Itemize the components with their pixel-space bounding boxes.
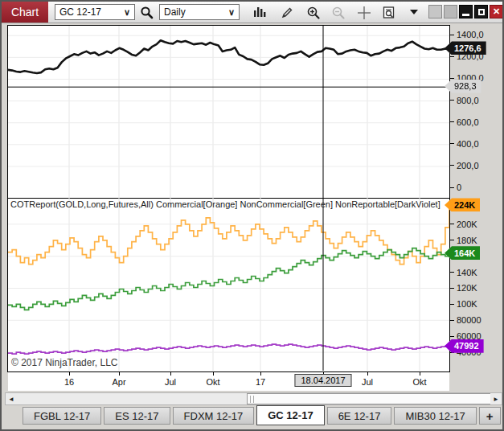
value-axis-column[interactable]: 1400,01200,01000,0800,0600,0400,0200,001… (450, 25, 504, 372)
time-tick-label: Okt (412, 377, 426, 387)
chart-tab-gc-12-17[interactable]: GC 12-17 (256, 405, 324, 425)
time-tick-mark (420, 372, 420, 376)
zoom-in-icon (306, 6, 321, 20)
bar-type-button[interactable] (251, 5, 268, 20)
time-tick-mark (260, 372, 261, 376)
axis-tick-mark (450, 78, 454, 79)
interval-value: Daily (164, 6, 186, 18)
time-tick-mark (69, 372, 70, 376)
workspace-tab-bar: FGBL 12-17ES 12-17FDXM 12-17GC 12-176E 1… (23, 407, 503, 428)
copyright-text: © 2017 NinjaTrader, LLC (11, 357, 117, 368)
cot-panel[interactable]: COTReport(GOLD,Long,Futures,All) Commerc… (8, 199, 449, 371)
zoom-out-icon (331, 6, 346, 20)
axis-tick-label: 400,0 (450, 138, 479, 149)
chart-tab-fdxm-12-17[interactable]: FDXM 12-17 (173, 407, 255, 425)
restore-icon (478, 9, 485, 15)
time-tick-label: 17 (256, 377, 265, 387)
report-preview-icon (382, 6, 396, 20)
chevron-down-icon: ∨ (124, 7, 130, 18)
interval-selector[interactable]: Daily ∨ (159, 4, 240, 20)
search-icon (140, 6, 154, 19)
pencil-icon (281, 6, 294, 19)
instrument-search-button[interactable] (137, 5, 155, 20)
axis-tick-mark (450, 320, 454, 321)
axis-tick-mark (450, 224, 454, 224)
axis-tick-label: 1400,0 (450, 30, 484, 40)
chart-tab-mib30-12-17[interactable]: MIB30 12-17 (394, 407, 476, 425)
instrument-value: GC 12-17 (59, 6, 101, 18)
axis-tick-label: 180K (450, 235, 477, 245)
cot-axis[interactable]: 200K180K140K120K100K800006000040000224K1… (450, 199, 504, 372)
restore-button[interactable] (474, 5, 488, 18)
axis-tick-mark (450, 272, 454, 273)
time-tick-mark (119, 372, 120, 376)
axis-tick-mark (450, 288, 454, 289)
axis-tick-mark (450, 143, 454, 144)
axis-tick-mark (450, 100, 454, 101)
value-badge: 928,3 (445, 80, 481, 93)
indicator-label: COTReport(GOLD,Long,Futures,All) Commerc… (10, 199, 440, 209)
toolbar-more-dropdown[interactable] (408, 5, 420, 20)
instrument-selector[interactable]: GC 12-17 ∨ (55, 4, 135, 20)
scroll-right-button[interactable]: ► (490, 393, 502, 404)
time-tick-label: Apr (112, 377, 125, 387)
scroll-left-button[interactable]: ◄ (6, 393, 17, 404)
price-axis[interactable]: 1400,01200,01000,0800,0600,0400,0200,001… (450, 25, 504, 199)
scrollbar-thumb-grip (250, 396, 254, 403)
time-tick-label: Okt (206, 377, 219, 387)
title-bar: Chart GC 12-17 ∨ Daily ∨ (2, 2, 502, 23)
price-panel[interactable] (8, 26, 449, 199)
time-axis[interactable]: 16AprJulOkt17JulOkt18.04.2017 (8, 372, 449, 391)
axis-tick-mark (450, 187, 454, 188)
axis-tick-mark (450, 304, 454, 305)
axis-tick-mark (450, 56, 454, 57)
value-badge: 1276,6 (445, 41, 486, 55)
axis-tick-mark (450, 121, 454, 122)
cot-series-chart (8, 199, 449, 371)
chart-tab-es-12-17[interactable]: ES 12-17 (104, 407, 170, 425)
axis-tick-label: 200K (450, 219, 477, 229)
axis-tick-label: 140K (450, 267, 477, 277)
value-badge: 224K (445, 198, 480, 211)
horizontal-scrollbar[interactable]: ◄ ► (5, 392, 502, 405)
time-tick-mark (367, 372, 368, 376)
caret-down-icon (410, 10, 418, 15)
window-extra-button-2[interactable] (444, 5, 457, 18)
minimize-icon (462, 14, 469, 16)
time-tick-mark (170, 372, 171, 376)
axis-tick-mark (450, 35, 454, 35)
time-tick-label: 16 (64, 377, 74, 387)
scrollbar-thumb[interactable] (247, 393, 491, 404)
chevron-down-icon: ∨ (228, 7, 235, 18)
time-tick-label: Jul (165, 377, 176, 387)
add-tab-button[interactable]: + (479, 407, 501, 425)
zoom-out-button[interactable] (330, 5, 347, 20)
axis-tick-label: 100K (450, 299, 477, 310)
axis-tick-label: 80000 (450, 315, 481, 326)
chart-bars-icon (252, 6, 267, 19)
axis-tick-mark (450, 165, 454, 166)
cursor-date-badge: 18.04.2017 (294, 374, 351, 387)
crosshair-button[interactable] (355, 5, 373, 20)
axis-tick-mark (450, 336, 454, 337)
axis-tick-mark (450, 240, 454, 240)
window-extra-button-1[interactable] (428, 5, 442, 18)
chart-window: Chart GC 12-17 ∨ Daily ∨ (0, 0, 504, 431)
axis-tick-label: 200,0 (450, 160, 479, 170)
minimize-button[interactable] (459, 5, 473, 18)
data-series-button[interactable] (380, 5, 398, 20)
axis-tick-label: 800,0 (450, 95, 479, 105)
axis-tick-label: 600,0 (450, 117, 479, 127)
axis-tick-label: 0 (450, 183, 461, 193)
drawing-tools-button[interactable] (278, 5, 296, 20)
chart-plot-area[interactable]: COTReport(GOLD,Long,Futures,All) Commerc… (7, 25, 450, 372)
chart-tab-6e-12-17[interactable]: 6E 12-17 (327, 407, 392, 425)
chart-tab-fgbl-12-17[interactable]: FGBL 12-17 (23, 407, 101, 425)
zoom-in-button[interactable] (305, 5, 322, 20)
value-badge: 164K (445, 246, 480, 260)
time-tick-mark (213, 372, 214, 376)
crosshair-icon (356, 5, 372, 21)
time-tick-label: Jul (362, 377, 373, 387)
price-series-chart (8, 26, 449, 199)
close-button[interactable]: ✕ (490, 5, 503, 18)
